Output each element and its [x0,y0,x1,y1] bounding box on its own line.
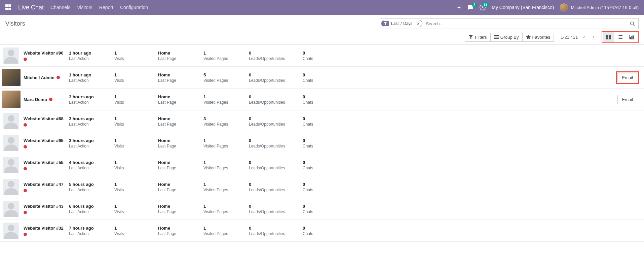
company-selector[interactable]: My Company (San Francisco) [492,5,554,10]
email-button[interactable]: Email [617,95,637,104]
visited-pages-value: 1 [203,94,243,99]
leads-value: 0 [249,94,297,99]
user-menu[interactable]: Mitchell Admin (11576767-15-0-all) [560,3,639,11]
filter-tag-label: Last 7 Days [389,21,414,26]
nav-visitors[interactable]: Visitors [77,5,92,10]
pager-prev[interactable]: ‹ [581,33,587,41]
svg-rect-10 [618,35,618,36]
visits-value: 1 [114,160,153,165]
chats-label: Chats [303,78,338,83]
apps-icon[interactable] [5,4,11,10]
app-brand[interactable]: Live Chat [18,4,44,11]
visitor-avatar [1,222,21,239]
visitor-row[interactable]: Website Visitor #90 1 hour ago Last Acti… [0,45,644,67]
visitor-name: Website Visitor #68 [24,116,64,121]
debug-icon[interactable] [457,5,461,10]
chats-value: 0 [303,160,338,165]
kanban-view-button[interactable] [603,32,614,42]
leads-value: 0 [249,138,297,143]
leads-value: 0 [249,116,297,121]
visitor-avatar [1,156,21,174]
visitor-row[interactable]: Marc Demo 3 hours ago Last Action 1 Visi… [0,89,644,110]
chats-value: 0 [303,51,338,56]
chats-value: 0 [303,204,338,209]
favorites-button[interactable]: Favorites [523,33,554,41]
last-page-label: Last Page [158,100,198,105]
last-action-label: Last Action [69,209,109,214]
leads-label: Leads/Opportunities [249,209,297,214]
visitor-row[interactable]: Website Visitor #55 4 hours ago Last Act… [0,154,644,176]
chats-label: Chats [303,56,338,61]
last-page-value: Home [158,138,198,143]
messages-icon[interactable]: 2 [467,5,473,10]
avatar-image [2,91,21,108]
status-dot-icon [24,189,27,192]
last-page-label: Last Page [158,231,198,236]
visitor-name: Mitchell Admin [24,75,54,80]
chats-value: 0 [303,138,338,143]
visited-pages-label: Visited Pages [203,78,243,83]
search-input[interactable] [424,21,627,26]
visited-pages-label: Visited Pages [203,56,243,61]
svg-rect-5 [494,38,499,39]
visitor-row[interactable]: Website Visitor #47 5 hours ago Last Act… [0,176,644,198]
list-view-button[interactable] [614,32,626,42]
visitor-name: Website Visitor #65 [24,138,64,143]
visitor-row[interactable]: Mitchell Admin 1 hour ago Last Action 1 … [0,67,644,89]
nav-configuration[interactable]: Configuration [120,5,148,10]
visits-value: 1 [114,51,153,56]
status-dot-icon [24,233,27,236]
groupby-button[interactable]: Group By [491,33,523,41]
visitor-avatar [1,47,21,64]
visitor-avatar [1,112,21,130]
visited-pages-value: 1 [203,226,243,231]
last-page-value: Home [158,226,198,231]
last-page-label: Last Page [158,209,198,214]
nav-report[interactable]: Report [99,5,113,10]
search-bar[interactable]: Last 7 Days ✕ [380,18,639,29]
visitor-row[interactable]: Website Visitor #32 7 hours ago Last Act… [0,220,644,242]
svg-rect-8 [606,37,608,39]
search-filter-tag: Last 7 Days ✕ [381,20,422,27]
leads-label: Leads/Opportunities [249,166,297,170]
visited-pages-value: 5 [203,72,243,77]
visitor-list[interactable]: Website Visitor #90 1 hour ago Last Acti… [0,45,644,267]
visitor-name: Website Visitor #43 [24,204,64,209]
filter-tag-remove[interactable]: ✕ [414,21,422,26]
email-button[interactable]: Email [617,73,637,82]
last-page-value: Home [158,94,198,99]
avatar-placeholder-icon [3,47,19,64]
visited-pages-value: 1 [203,160,243,165]
visited-pages-value: 1 [203,182,243,187]
top-navbar: Live Chat Channels Visitors Report Confi… [0,0,644,15]
pager-next[interactable]: › [591,33,596,41]
last-action-label: Last Action [69,188,109,192]
visited-pages-value: 3 [203,116,243,121]
leads-label: Leads/Opportunities [249,122,297,127]
leads-label: Leads/Opportunities [249,188,297,192]
graph-view-button[interactable] [626,32,637,42]
visitor-avatar [1,91,21,108]
visitor-avatar [1,69,21,86]
search-icon[interactable] [627,21,638,26]
last-action-value: 6 hours ago [69,204,109,209]
chats-label: Chats [303,188,338,192]
activities-icon[interactable]: 22 [480,4,486,10]
visitor-row[interactable]: Website Visitor #65 3 hours ago Last Act… [0,132,644,154]
visits-label: Visits [114,166,153,170]
visits-value: 1 [114,116,153,121]
activities-badge: 22 [482,2,489,7]
visitor-avatar [1,178,21,196]
visits-label: Visits [114,188,153,192]
visits-label: Visits [114,209,153,214]
last-action-label: Last Action [69,231,109,236]
last-action-value: 1 hour ago [69,51,109,56]
nav-channels[interactable]: Channels [50,5,70,10]
last-action-label: Last Action [69,78,109,83]
chats-value: 0 [303,116,338,121]
visitor-row[interactable]: Website Visitor #43 6 hours ago Last Act… [0,198,644,220]
chats-label: Chats [303,100,338,105]
filters-button[interactable]: Filters [465,33,490,41]
svg-rect-4 [494,37,499,37]
visitor-row[interactable]: Website Visitor #68 3 hours ago Last Act… [0,110,644,132]
